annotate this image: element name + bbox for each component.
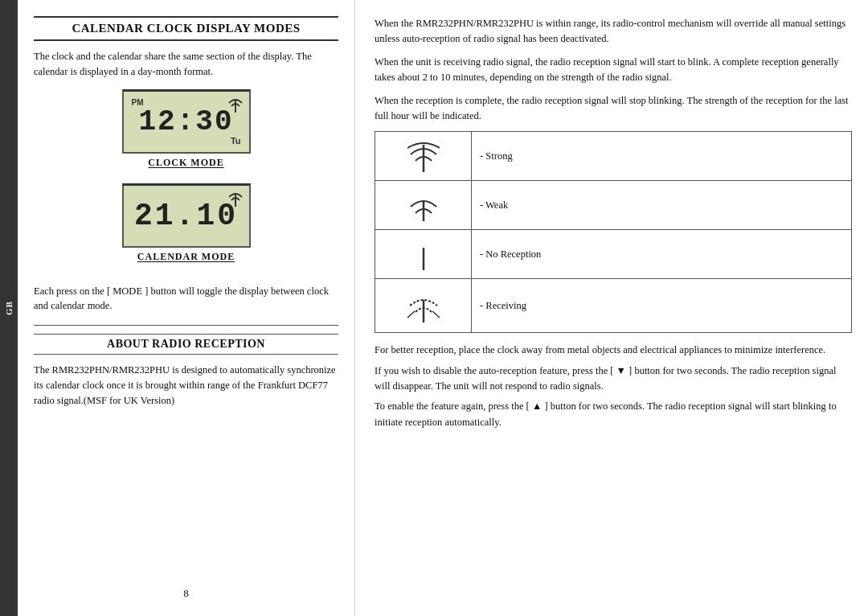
sub-section-title: ABOUT RADIO RECEPTION (34, 334, 338, 355)
pm-label: PM (132, 98, 144, 107)
table-row-strong: - Strong (375, 132, 852, 181)
signal-cell-none (375, 230, 472, 279)
signal-cell-strong (375, 132, 472, 181)
right-para4: For better reception, place the clock aw… (375, 343, 852, 358)
intro-text: The clock and the calendar share the sam… (34, 49, 338, 80)
right-para2: When the unit is receiving radio signal,… (375, 55, 852, 86)
svg-line-7 (432, 311, 440, 318)
signal-cell-receiving (375, 279, 472, 333)
page-number: 8 (34, 581, 338, 600)
receiving-icon (383, 285, 463, 326)
table-row-weak: - Weak (375, 181, 852, 230)
section-title: CALENDAR CLOCK DISPLAY MODES (34, 16, 338, 41)
right-para6: To enable the feature again, press the [… (375, 399, 852, 430)
right-bottom: For better reception, place the clock aw… (375, 343, 852, 435)
clock-signal-icon (228, 97, 243, 117)
label-no-reception: - No Reception (472, 230, 852, 279)
clock-lcd: PM 12:30 Tu (122, 89, 251, 154)
gb-tab: GB (0, 0, 18, 616)
calendar-date: 21.10 (134, 199, 238, 233)
right-para1: When the RMR232PHN/RMR232PHU is within r… (375, 16, 852, 47)
table-row-none: - No Reception (375, 230, 852, 279)
no-reception-icon (383, 236, 463, 272)
day-label: Tu (231, 136, 241, 146)
svg-line-6 (407, 311, 415, 318)
clock-mode-label: CLOCK MODE (148, 157, 223, 169)
weak-signal-icon (383, 187, 463, 223)
label-weak: - Weak (472, 181, 852, 230)
right-column: When the RMR232PHN/RMR232PHU is within r… (355, 0, 868, 616)
reception-table: - Strong - Weak (375, 131, 852, 333)
label-receiving: - Receiving (472, 279, 852, 333)
reception-intro: The RMR232PHN/RMR232PHU is designed to a… (34, 363, 338, 408)
calendar-display-block: 21.10 CALENDAR MODE (34, 183, 338, 271)
signal-cell-weak (375, 181, 472, 230)
clock-display-block: PM 12:30 Tu CLOCK MODE (34, 89, 338, 177)
left-column: CALENDAR CLOCK DISPLAY MODES The clock a… (18, 0, 355, 616)
page-container: CALENDAR CLOCK DISPLAY MODES The clock a… (18, 0, 868, 616)
toggle-text: Each press on the [ MODE ] button will t… (34, 284, 338, 314)
right-para3: When the reception is complete, the radi… (375, 93, 852, 125)
table-row-receiving: - Receiving (375, 279, 852, 333)
strong-signal-icon (383, 138, 463, 174)
calendar-lcd: 21.10 (122, 183, 251, 248)
clock-time: 12:30 (138, 105, 233, 138)
label-strong: - Strong (472, 132, 852, 181)
cal-signal-icon (228, 191, 243, 211)
section-divider (34, 325, 338, 326)
calendar-mode-label: CALENDAR MODE (137, 251, 235, 263)
right-para5: If you wish to disable the auto-receptio… (375, 363, 852, 395)
